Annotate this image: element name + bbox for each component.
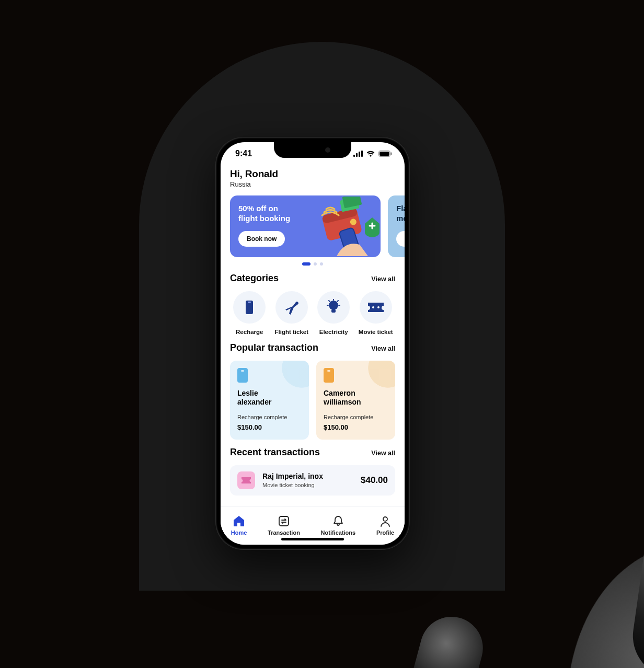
categories-view-all[interactable]: View all (371, 275, 395, 283)
tab-profile[interactable]: Profile (376, 515, 394, 536)
location: Russia (230, 180, 395, 188)
book-now-button[interactable]: Book now (238, 231, 285, 247)
popular-card-leslie[interactable]: Leslie alexander Recharge complete $150.… (230, 361, 309, 440)
phone-chip-icon (324, 368, 334, 383)
svg-rect-6 (391, 153, 392, 155)
svg-rect-12 (339, 227, 360, 256)
recent-title: Recent transactions (230, 447, 320, 458)
tab-label: Home (231, 529, 247, 536)
status-time: 9:41 (235, 149, 252, 158)
movie-ticket-icon (237, 471, 255, 489)
promo-title: 50% off on flight booking (238, 204, 372, 224)
svg-rect-15 (248, 302, 251, 303)
tab-label: Transaction (268, 529, 300, 536)
home-indicator (281, 538, 344, 540)
category-movie[interactable]: Movie ticket (356, 291, 396, 335)
carousel-dots (221, 262, 405, 266)
dot (320, 262, 323, 266)
tab-transaction[interactable]: Transaction (268, 515, 300, 536)
phone-icon (243, 300, 256, 315)
dot-active (302, 262, 310, 266)
popular-amount: $150.00 (324, 423, 388, 431)
svg-rect-20 (279, 516, 289, 526)
wifi-icon (366, 151, 375, 157)
cellular-icon (353, 151, 363, 157)
svg-rect-17 (331, 309, 336, 313)
category-label: Movie ticket (359, 329, 393, 335)
phone-chip-icon (237, 368, 248, 383)
tab-home[interactable]: Home (231, 515, 247, 536)
category-label: Electricity (319, 329, 348, 335)
tab-label: Notifications (321, 529, 356, 536)
svg-rect-2 (359, 152, 360, 157)
categories-title: Categories (230, 273, 279, 284)
battery-icon (378, 151, 392, 157)
svg-point-19 (377, 306, 380, 308)
home-icon (233, 515, 245, 527)
profile-icon (380, 515, 390, 527)
recent-view-all[interactable]: View all (371, 450, 395, 457)
promo-carousel[interactable]: 50% off on flight booking Book now (221, 195, 405, 257)
svg-point-21 (383, 517, 387, 521)
popular-view-all[interactable]: View all (371, 345, 395, 352)
popular-amount: $150.00 (237, 423, 302, 431)
recent-subtitle: Movie ticket booking (262, 482, 353, 488)
popular-status: Recharge complete (324, 414, 388, 420)
recent-amount: $40.00 (361, 475, 388, 486)
recent-transaction-row[interactable]: Raj Imperial, inox Movie ticket booking … (230, 465, 395, 496)
promo-card-movie[interactable]: Flat 5 movi Bo (388, 195, 405, 257)
plane-icon (283, 299, 300, 316)
popular-status: Recharge complete (237, 414, 302, 420)
promo-title: Flat 5 movi (396, 204, 405, 224)
dot (314, 262, 317, 266)
popular-name: Leslie alexander (237, 389, 302, 407)
svg-rect-3 (361, 151, 363, 157)
svg-rect-0 (353, 155, 355, 157)
greeting: Hi, Ronald (230, 168, 395, 180)
popular-card-cameron[interactable]: Cameron williamson Recharge complete $15… (316, 361, 395, 440)
notifications-icon (333, 515, 343, 527)
category-recharge[interactable]: Recharge (230, 291, 269, 335)
phone-notch (274, 142, 351, 158)
tab-notifications[interactable]: Notifications (321, 515, 356, 536)
category-flight[interactable]: Flight ticket (272, 291, 312, 335)
svg-rect-5 (380, 152, 389, 156)
svg-point-18 (372, 306, 374, 308)
recent-title-text: Raj Imperial, inox (262, 472, 353, 480)
categories-row: Recharge Flight ticket Electricity Movie… (221, 291, 405, 335)
book-now-button[interactable]: Bo (396, 231, 405, 247)
category-label: Flight ticket (274, 329, 308, 335)
category-electricity[interactable]: Electricity (314, 291, 353, 335)
ticket-icon (367, 301, 385, 314)
popular-name: Cameron williamson (324, 389, 388, 407)
svg-rect-13 (339, 227, 360, 256)
svg-rect-1 (356, 153, 358, 157)
category-label: Recharge (236, 329, 263, 335)
bulb-icon (327, 299, 340, 316)
promo-card-flight[interactable]: 50% off on flight booking Book now (230, 195, 381, 257)
tab-label: Profile (376, 529, 394, 536)
phone-screen: 9:41 Hi, Ronald Russia 50% off on flight… (221, 142, 405, 545)
popular-title: Popular transaction (230, 342, 318, 353)
phone-frame: 9:41 Hi, Ronald Russia 50% off on flight… (215, 137, 410, 550)
transaction-icon (278, 515, 290, 527)
